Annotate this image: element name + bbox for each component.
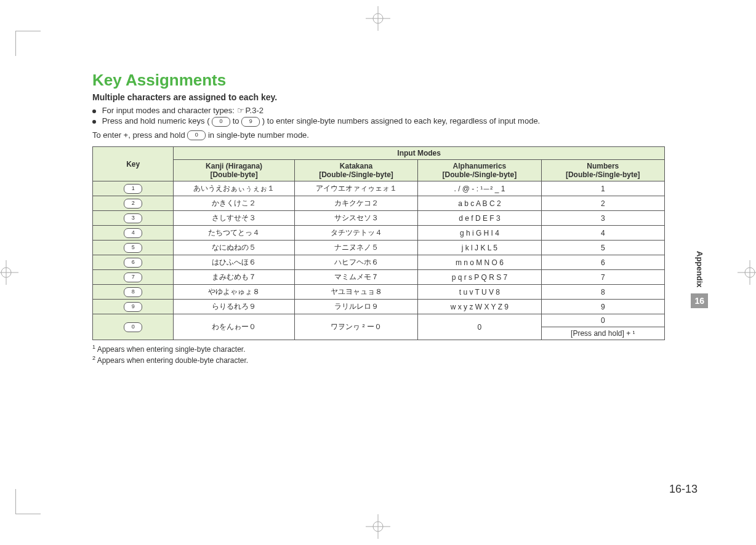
table-body: 1あいうえおぁぃぅぇぉ１アイウエオァィゥェォ１. / @ - : ¹⸺² _ 1… xyxy=(93,181,665,340)
page-number: 16-13 xyxy=(669,483,698,496)
alpha-cell: 0 xyxy=(418,314,541,340)
kanji-cell: はひふへほ６ xyxy=(174,255,295,270)
key-cell: 3 xyxy=(93,211,174,226)
kanji-cell: まみむめも７ xyxy=(174,270,295,285)
number-cell: 7 xyxy=(541,270,664,285)
alpha-cell: g h i G H I 4 xyxy=(418,226,541,241)
crop-mark-bl xyxy=(15,489,41,514)
key-cell: 7 xyxy=(93,270,174,285)
table-row: 0わをんゎー０ワヲンヮ ² ー０00 xyxy=(93,314,665,327)
footnote-1: 1 Appears when entering single-byte char… xyxy=(92,344,694,354)
key-cell: 8 xyxy=(93,285,174,300)
katakana-cell: ハヒフヘホ６ xyxy=(294,255,417,270)
key-cell: 5 xyxy=(93,241,174,255)
key-1-icon: 1 xyxy=(124,184,142,194)
key-cell: 6 xyxy=(93,255,174,270)
table-row: 3さしすせそ３サシスセソ３d e f D E F 33 xyxy=(93,211,665,226)
key-7-icon: 7 xyxy=(124,272,142,282)
alpha-cell: . / @ - : ¹⸺² _ 1 xyxy=(418,181,541,196)
note-b: in single-byte number mode. xyxy=(208,130,309,140)
key-0-icon: 0 xyxy=(187,130,206,140)
page: Key Assignments Multiple characters are … xyxy=(0,0,756,545)
table-row: 5なにぬねの５ナニヌネノ５j k l J K L 55 xyxy=(93,241,665,255)
number-cell-hold: [Press and hold] + ¹ xyxy=(541,327,664,340)
katakana-cell: ヤユヨャュョ８ xyxy=(294,285,417,300)
kanji-cell: かきくけこ２ xyxy=(174,196,295,211)
th-key: Key xyxy=(93,147,174,181)
key-9-icon: 9 xyxy=(241,117,260,127)
alpha-cell: j k l J K L 5 xyxy=(418,241,541,255)
key-cell: 0 xyxy=(93,314,174,340)
footnote-2: 2 Appears when entering double-byte char… xyxy=(92,355,694,365)
number-cell: 3 xyxy=(541,211,664,226)
number-cell: 6 xyxy=(541,255,664,270)
number-cell: 5 xyxy=(541,241,664,255)
crop-mark-tl xyxy=(15,31,41,56)
table-row: 7まみむめも７マミムメモ７p q r s P Q R S 77 xyxy=(93,270,665,285)
katakana-cell: ラリルレロ９ xyxy=(294,300,417,314)
kanji-cell: あいうえおぁぃぅぇぉ１ xyxy=(174,181,295,196)
kanji-cell: わをんゎー０ xyxy=(174,314,295,340)
bullet-dot-icon xyxy=(92,109,96,113)
page-title: Key Assignments xyxy=(92,71,694,90)
alpha-cell: t u v T U V 8 xyxy=(418,285,541,300)
key-cell: 9 xyxy=(93,300,174,314)
alpha-cell: d e f D E F 3 xyxy=(418,211,541,226)
bullet-2: Press and hold numeric keys ( 0 to 9 ) t… xyxy=(92,116,694,127)
kanji-cell: なにぬねの５ xyxy=(174,241,295,255)
katakana-cell: アイウエオァィゥェォ１ xyxy=(294,181,417,196)
th-kanji: Kanji (Hiragana)[Double-byte] xyxy=(174,160,295,181)
reg-mark-bottom xyxy=(366,514,390,539)
footnotes: 1 Appears when entering single-byte char… xyxy=(92,344,694,365)
key-6-icon: 6 xyxy=(124,258,142,268)
kanji-cell: らりるれろ９ xyxy=(174,300,295,314)
bullet-2-b: to xyxy=(233,116,241,125)
key-5-icon: 5 xyxy=(124,243,142,253)
side-chapter-number: 16 xyxy=(691,293,708,308)
subtitle: Multiple characters are assigned to each… xyxy=(92,92,694,102)
number-cell: 8 xyxy=(541,285,664,300)
table-row: 1あいうえおぁぃぅぇぉ１アイウエオァィゥェォ１. / @ - : ¹⸺² _ 1… xyxy=(93,181,665,196)
key-cell: 4 xyxy=(93,226,174,241)
table-row: 4たちつてとっ４タチツテトッ４g h i G H I 44 xyxy=(93,226,665,241)
note-line: To enter +, press and hold 0 in single-b… xyxy=(92,130,694,141)
number-cell: 4 xyxy=(541,226,664,241)
kanji-cell: さしすせそ３ xyxy=(174,211,295,226)
katakana-cell: サシスセソ３ xyxy=(294,211,417,226)
reg-mark-left xyxy=(0,260,18,285)
alpha-cell: p q r s P Q R S 7 xyxy=(418,270,541,285)
bullet-1: For input modes and character types: ☞P.… xyxy=(92,106,694,115)
katakana-cell: ナニヌネノ５ xyxy=(294,241,417,255)
key-0-icon: 0 xyxy=(124,322,142,332)
number-cell: 2 xyxy=(541,196,664,211)
key-4-icon: 4 xyxy=(124,228,142,238)
key-9-icon: 9 xyxy=(124,302,142,312)
side-tab: Appendix 16 xyxy=(691,246,708,369)
reg-mark-top xyxy=(366,6,390,31)
th-numbers: Numbers[Double-/Single-byte] xyxy=(541,160,664,181)
number-cell: 0 xyxy=(541,314,664,327)
table-row: 9らりるれろ９ラリルレロ９w x y z W X Y Z 99 xyxy=(93,300,665,314)
intro-bullets: For input modes and character types: ☞P.… xyxy=(92,106,694,127)
alpha-cell: m n o M N O 6 xyxy=(418,255,541,270)
key-2-icon: 2 xyxy=(124,199,142,209)
katakana-cell: タチツテトッ４ xyxy=(294,226,417,241)
th-katakana: Katakana[Double-/Single-byte] xyxy=(294,160,417,181)
side-label: Appendix xyxy=(694,246,706,292)
pointer-icon: ☞ xyxy=(237,106,244,115)
kanji-cell: やゆよゃゅょ８ xyxy=(174,285,295,300)
key-cell: 1 xyxy=(93,181,174,196)
note-a: To enter +, press and hold xyxy=(92,130,187,140)
key-8-icon: 8 xyxy=(124,287,142,297)
key-3-icon: 3 xyxy=(124,213,142,223)
key-0-icon: 0 xyxy=(212,117,230,127)
table-row: 8やゆよゃゅょ８ヤユヨャュョ８t u v T U V 88 xyxy=(93,285,665,300)
bullet-dot-icon xyxy=(92,120,96,124)
table-row: 2かきくけこ２カキクケコ２a b c A B C 22 xyxy=(93,196,665,211)
alpha-cell: a b c A B C 2 xyxy=(418,196,541,211)
alpha-cell: w x y z W X Y Z 9 xyxy=(418,300,541,314)
bullet-2-c: ) to enter single-byte numbers assigned … xyxy=(262,116,540,125)
katakana-cell: カキクケコ２ xyxy=(294,196,417,211)
katakana-cell: マミムメモ７ xyxy=(294,270,417,285)
katakana-cell: ワヲンヮ ² ー０ xyxy=(294,314,417,340)
